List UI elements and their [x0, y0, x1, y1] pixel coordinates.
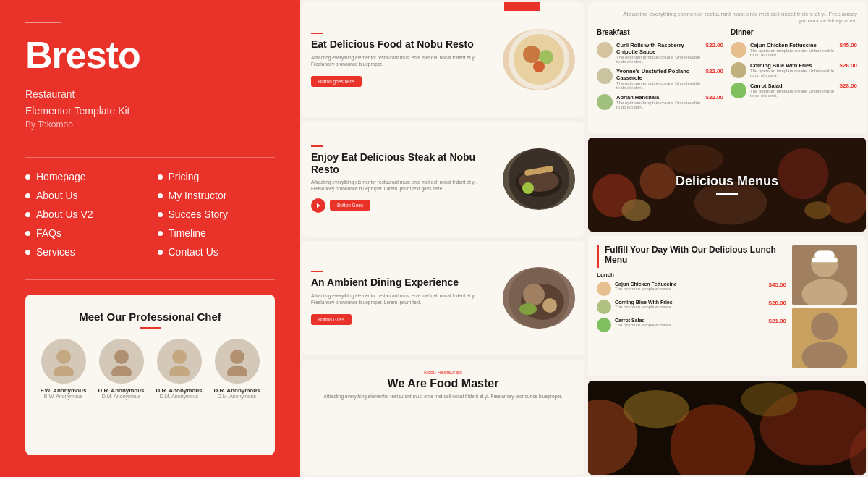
content-row: Eat Delicious Food at Nobu Resto Attract…	[300, 0, 868, 477]
lunch-item-3-icon	[597, 318, 611, 332]
nav-bullet	[158, 212, 163, 217]
nav-item-pricing[interactable]: Pricing	[158, 171, 276, 182]
menu-item-b3-price: $22.00	[706, 94, 723, 101]
svg-point-12	[533, 61, 545, 72]
menu-item-d3-price: $28.00	[840, 83, 857, 89]
svg-point-7	[227, 366, 247, 376]
menu-item-b2-price: $22.00	[706, 68, 723, 75]
menu-card: Attracting everything elementor restaura…	[588, 2, 866, 133]
chef-role-2: D.M. Anonymous	[95, 394, 148, 399]
lunch-content: Fulfill Your Day With Our Delicious Lunc…	[597, 245, 857, 368]
nav-item-succestory[interactable]: Succes Story	[158, 208, 276, 220]
menu-item-d3: Carrot Salad The optimum template create…	[731, 83, 857, 98]
nav-item-services[interactable]: Services	[25, 246, 143, 258]
menu-item-d1: Cajun Chicken Fettuccine The optimum tem…	[731, 42, 857, 58]
menu-item-d2-desc: The optimum template create. Unbelievabl…	[750, 69, 836, 77]
menu-item-d3-info: Carrot Salad The optimum template create…	[750, 83, 836, 98]
svg-point-9	[514, 34, 564, 85]
menu-item-d2-price: $26.00	[840, 62, 857, 69]
nav-label-timeline: Timeline	[169, 227, 206, 239]
lunch-item-3-name: Carrot Salad	[615, 318, 765, 323]
nav-item-contactus[interactable]: Contact Us	[158, 246, 276, 258]
lunch-item-2-price: $28.00	[769, 300, 786, 306]
chef-avatar-4: D.R. Anonymous D.M. Anonymous	[211, 339, 263, 399]
nav-label-contactus: Contact Us	[169, 246, 218, 258]
svg-point-10	[523, 46, 540, 63]
menu-breakfast-title: Breakfast	[597, 28, 723, 36]
card-hero2: Enjoy Eat Delicious Steak at Nobu Resto …	[302, 122, 584, 237]
nav-bullet	[158, 193, 163, 198]
nav-label-succestory: Succes Story	[169, 208, 228, 220]
chef-avatar-2: D.R. Anonymous D.M. Anonymous	[95, 339, 148, 399]
card-hero4-title: We Are Food Master	[314, 377, 572, 390]
menu-item-b1-icon	[597, 42, 613, 58]
card-hero1-desc: Attracting everything elementor restaura…	[311, 54, 497, 67]
menu-item-d2-icon	[731, 62, 746, 78]
chef-role-3: D.M. Anonymous	[153, 394, 205, 399]
dark-card-title: Delicious Menus	[676, 174, 778, 189]
svg-marker-13	[317, 203, 320, 208]
dark-card-underline	[716, 193, 738, 195]
nav-bullet	[25, 174, 30, 180]
lunch-item-2-icon	[597, 300, 611, 314]
svg-point-21	[523, 284, 545, 305]
lunch-item-2-desc: The optimum template create.	[615, 305, 765, 309]
lunch-section-label: Lunch	[597, 271, 786, 278]
nav-label-myinstructor: My Instructor	[169, 190, 227, 201]
menu-item-b1-info: Curli Rolls with Raspberry Chipotle Sauc…	[616, 42, 702, 64]
chef-avatar-1: F.W. Anonymous B.W. Anonymous	[38, 339, 90, 399]
menu-item-d3-icon	[731, 83, 746, 98]
svg-point-3	[111, 366, 132, 376]
nav-label-aboutus: About Us	[36, 190, 78, 201]
sidebar: Bresto Restaurant Elementor Template Kit…	[0, 0, 300, 477]
chef-avatar-img-3	[157, 339, 202, 384]
card-hero2-desc: Attracting everything elementor restaura…	[311, 179, 497, 192]
card-hero1-btn[interactable]: Button goes here	[311, 76, 362, 87]
nav-item-aboutus-v2[interactable]: About Us V2	[25, 208, 143, 220]
card-hero3-text: An Ambient Dining Experience Attracting …	[311, 271, 497, 325]
nav-item-faqs[interactable]: FAQs	[25, 227, 143, 239]
sidebar-top-line	[25, 22, 61, 23]
card-hero3-btn[interactable]: Button Goes	[311, 314, 352, 325]
menu-item-b2: Yvonne's Unstuffed Poblano Casserole The…	[597, 68, 723, 90]
menu-item-b2-icon	[597, 68, 613, 84]
chef-role-4: D.M. Anonymous	[211, 394, 263, 399]
card-hero1-text: Eat Delicious Food at Nobu Resto Attract…	[311, 33, 497, 87]
nav-bullet	[25, 212, 30, 217]
menu-item-b1-name: Curli Rolls with Raspberry Chipotle Sauc…	[616, 42, 702, 55]
card-hero2-accent	[311, 145, 323, 147]
svg-rect-37	[812, 258, 838, 262]
nav-item-homepage[interactable]: Homepage	[25, 171, 143, 182]
nav-item-timeline[interactable]: Timeline	[158, 227, 276, 239]
lunch-item-3: Carrot Salad The optimum template create…	[597, 318, 786, 332]
nav-item-myinstructor[interactable]: My Instructor	[158, 190, 276, 201]
svg-point-4	[172, 350, 187, 364]
lunch-item-1: Cajun Chicken Fettuccine The optimum tem…	[597, 282, 786, 296]
card-hero2-btn[interactable]: Button Goes	[330, 200, 370, 211]
card-hero3-accent	[311, 271, 323, 272]
chef-name-1: F.W. Anonymous	[38, 387, 90, 394]
svg-point-39	[811, 313, 838, 340]
lunch-item-1-price: $45.00	[769, 282, 786, 288]
card-hero3-desc: Attracting everything elementor restaura…	[311, 292, 497, 305]
menu-item-d2-info: Corning Blue With Fries The optimum temp…	[750, 62, 836, 77]
menu-item-d1-name: Cajun Chicken Fettuccine	[750, 42, 836, 48]
menu-item-b3-info: Adrian Hanchala The optimum template cre…	[616, 94, 702, 109]
nav-label-pricing: Pricing	[169, 171, 200, 182]
menu-item-d1-info: Cajun Chicken Fettuccine The optimum tem…	[750, 42, 836, 57]
chef-avatar-img-1	[41, 339, 86, 384]
brand-title: Bresto	[25, 36, 275, 74]
lunch-item-2-info: Corning Blue With Fries The optimum temp…	[615, 300, 765, 309]
right-area: Eat Delicious Food at Nobu Resto Attract…	[300, 0, 868, 477]
chef-avatar-3: D.R. Anonymous D.M. Anonymous	[153, 339, 205, 399]
lunch-accent	[597, 245, 599, 268]
card-hero4-desc: Attracting everything elementor restaura…	[314, 393, 572, 400]
nav-item-aboutus[interactable]: About Us	[25, 190, 143, 201]
svg-point-18	[522, 182, 534, 194]
svg-point-5	[169, 366, 190, 376]
svg-point-6	[230, 350, 244, 364]
nav-label-faqs: FAQs	[36, 227, 61, 239]
menu-item-d2: Corning Blue With Fries The optimum temp…	[731, 62, 857, 78]
card-hero2-play-icon[interactable]	[311, 198, 326, 213]
card-hero3-title: An Ambient Dining Experience	[311, 277, 497, 289]
